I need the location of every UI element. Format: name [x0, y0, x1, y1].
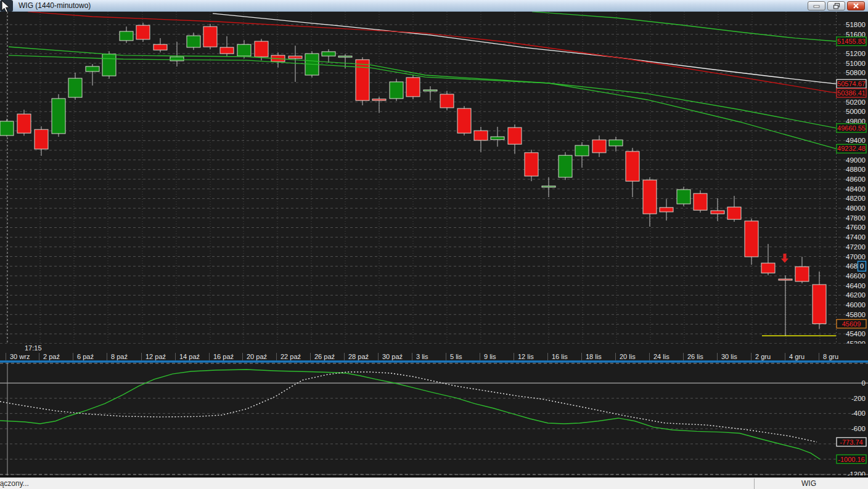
minimize-button[interactable] — [808, 1, 825, 10]
date-tick — [73, 353, 73, 360]
status-bar: łączony... WIG — [0, 477, 868, 489]
date-label: 12 paź — [145, 353, 166, 360]
candle[interactable] — [677, 187, 690, 206]
date-label: 20 paź — [247, 353, 267, 360]
svg-text:45400: 45400 — [846, 330, 866, 337]
indicator-panel[interactable]: 0-200-400-600-1200-773.74-1000.16 — [0, 363, 868, 475]
connection-status: łączony... — [0, 479, 29, 488]
date-tick — [446, 353, 446, 360]
date-label: 6 paź — [77, 353, 94, 360]
svg-text:46000: 46000 — [846, 301, 866, 309]
date-label: 5 lis — [450, 353, 462, 360]
svg-text:49000: 49000 — [846, 156, 866, 164]
date-tick — [683, 353, 684, 360]
session-time-label: 17:15 — [25, 344, 42, 352]
candle[interactable] — [390, 79, 403, 101]
date-tick — [717, 353, 718, 360]
mouse-cursor-icon — [0, 0, 15, 15]
date-label: 22 paź — [280, 353, 301, 360]
candle[interactable] — [440, 91, 454, 110]
svg-text:48600: 48600 — [846, 176, 866, 183]
svg-text:51455.83: 51455.83 — [837, 38, 866, 45]
date-label: 30 lis — [721, 353, 737, 360]
indicator-label-box: -1000.16 — [837, 455, 866, 464]
price-label-box: 50386.41 — [837, 89, 866, 97]
svg-text:47600: 47600 — [846, 224, 866, 231]
session-time-row: 17:15 — [0, 344, 868, 353]
indicator-chart[interactable]: 0-200-400-600-1200-773.74-1000.16 — [0, 363, 868, 475]
restore-icon — [833, 2, 840, 9]
date-axis: 30 wrz2 paź6 paź8 paź12 paź14 paź16 paź2… — [0, 353, 868, 360]
date-tick — [581, 353, 582, 360]
date-tick — [141, 353, 142, 360]
price-label-box: 51455.83 — [837, 37, 866, 46]
date-label: 14 paź — [179, 353, 200, 360]
date-label: 2 gru — [755, 353, 771, 360]
restore-button[interactable] — [827, 1, 845, 10]
price-label-box: 45609 — [837, 320, 866, 328]
svg-text:46200: 46200 — [846, 291, 866, 299]
date-tick — [107, 353, 107, 360]
date-label: 4 gru — [789, 353, 805, 360]
date-label: 30 wrz — [10, 353, 30, 360]
svg-text:50574.67: 50574.67 — [837, 80, 866, 87]
svg-text:-600: -600 — [851, 425, 866, 432]
candle[interactable] — [203, 24, 217, 49]
order-marker[interactable]: 0 — [858, 261, 866, 271]
date-tick — [547, 353, 548, 360]
svg-text:51800: 51800 — [846, 21, 866, 28]
candle[interactable] — [559, 152, 572, 180]
candle[interactable] — [694, 190, 707, 212]
svg-text:47400: 47400 — [846, 233, 866, 241]
status-symbol: WIG — [755, 479, 863, 488]
price-label-box: 50574.67 — [837, 79, 866, 88]
date-label: 2 paź — [43, 353, 60, 360]
close-button[interactable] — [847, 1, 865, 10]
candle[interactable] — [136, 23, 150, 42]
svg-text:51000: 51000 — [846, 60, 866, 67]
svg-text:49660.55: 49660.55 — [837, 124, 866, 132]
date-label: 12 lis — [518, 353, 534, 360]
close-icon — [853, 3, 859, 9]
candle[interactable] — [406, 75, 420, 99]
svg-text:51200: 51200 — [846, 50, 866, 57]
svg-text:-400: -400 — [851, 410, 866, 417]
date-tick — [819, 353, 819, 360]
svg-text:-773.74: -773.74 — [840, 438, 862, 446]
title-bar[interactable]: WIG (1440-minutowo) — [0, 0, 868, 12]
date-tick — [310, 353, 311, 360]
svg-text:48000: 48000 — [846, 204, 866, 212]
date-tick — [39, 353, 39, 360]
svg-text:48800: 48800 — [846, 166, 866, 173]
candlestick-chart[interactable]: 4520045400458004600046200464004660046800… — [0, 12, 868, 344]
date-tick — [378, 353, 379, 360]
candle[interactable] — [52, 94, 65, 137]
svg-text:-1000.16: -1000.16 — [838, 456, 864, 463]
app-window: WIG (1440-minutowo) 45200454004580046000… — [0, 0, 868, 489]
candle[interactable] — [102, 51, 116, 79]
date-label: 18 lis — [586, 353, 602, 360]
minimize-icon — [813, 3, 820, 9]
svg-text:46600: 46600 — [846, 272, 866, 280]
svg-text:48400: 48400 — [846, 185, 866, 193]
svg-text:50000: 50000 — [846, 108, 866, 115]
svg-text:47800: 47800 — [846, 214, 866, 222]
svg-text:-200: -200 — [851, 395, 866, 402]
candle[interactable] — [457, 106, 471, 135]
window-title: WIG (1440-minutowo) — [18, 1, 91, 10]
date-tick — [785, 353, 785, 360]
candle[interactable] — [0, 119, 14, 137]
svg-text:45609: 45609 — [842, 320, 861, 328]
svg-text:49232.48: 49232.48 — [837, 145, 866, 152]
date-label: 26 lis — [687, 353, 703, 360]
svg-text:-1200: -1200 — [848, 471, 866, 475]
svg-text:47200: 47200 — [846, 243, 866, 251]
date-tick — [175, 353, 176, 360]
main-chart-panel[interactable]: 4520045400458004600046200464004660046800… — [0, 12, 868, 344]
indicator-label-box: -773.74 — [837, 438, 866, 447]
date-tick — [480, 353, 480, 360]
indicator-background — [0, 363, 868, 475]
svg-text:45800: 45800 — [846, 311, 866, 318]
date-tick — [412, 353, 412, 360]
svg-text:47000: 47000 — [846, 253, 866, 261]
